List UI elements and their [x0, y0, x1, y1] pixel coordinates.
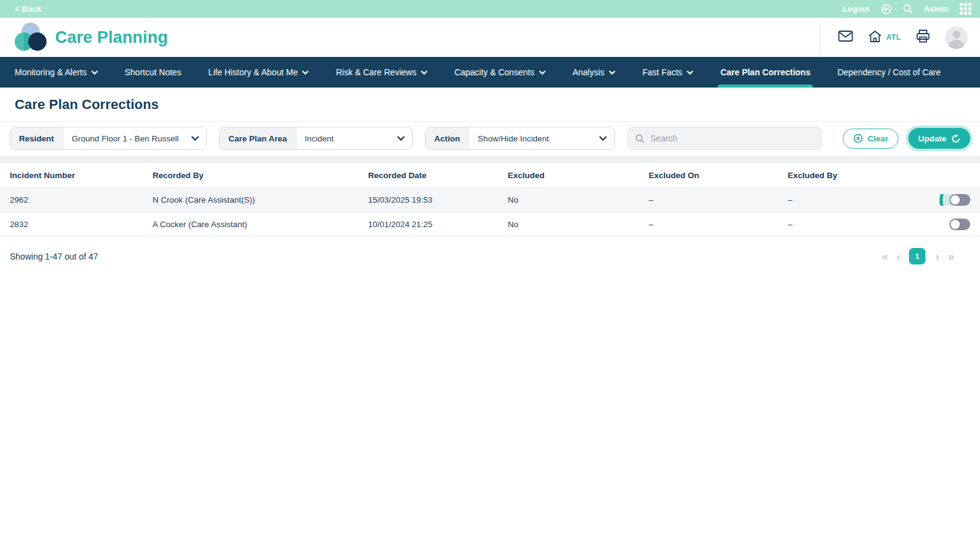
search-icon — [635, 133, 645, 144]
exclude-toggle[interactable] — [949, 194, 970, 206]
nav-life-history[interactable]: Life History & About Me — [208, 57, 309, 88]
logout-button[interactable]: Logout — [843, 4, 870, 13]
nav-capacity-consents[interactable]: Capacity & Consents — [454, 57, 546, 88]
app-logo-icon — [15, 23, 47, 52]
clear-circle-x-icon — [853, 133, 863, 143]
header-actions: ATL — [820, 18, 968, 57]
user-avatar[interactable] — [945, 26, 968, 49]
back-button[interactable]: < Back — [15, 4, 41, 13]
care-plan-area-select[interactable]: Care Plan Area Incident — [219, 127, 413, 150]
cell-incident-number: 2832 — [10, 220, 153, 229]
logout-icon[interactable] — [881, 4, 892, 15]
nav-care-plan-corrections[interactable]: Care Plan Corrections — [720, 57, 810, 88]
nav-fast-facts[interactable]: Fast Facts — [643, 57, 693, 88]
home-location[interactable]: ATL — [868, 30, 901, 45]
nav-monitoring-alerts[interactable]: Monitoring & Alerts — [15, 57, 98, 88]
nav-risk-care-reviews[interactable]: Risk & Care Reviews — [336, 57, 427, 88]
action-select-label: Action — [426, 127, 469, 149]
cell-excluded: No — [508, 195, 649, 204]
nav-analysis[interactable]: Analysis — [573, 57, 616, 88]
column-recorded-by: Recorded By — [153, 171, 368, 180]
admin-menu[interactable]: Admin — [924, 4, 949, 13]
resident-select[interactable]: Resident Ground Floor 1 - Ben Russell — [10, 127, 207, 150]
cell-excluded-by: – — [788, 195, 936, 204]
care-plan-area-select-value: Incident — [296, 127, 397, 149]
table-row: 2832 A Cocker (Care Assistant) 10/01/202… — [0, 212, 980, 237]
cell-recorded-by: A Cocker (Care Assistant) — [153, 220, 368, 229]
current-page-button[interactable]: 1 — [909, 248, 925, 264]
search-field-container — [627, 127, 822, 150]
app-header: Care Planning ATL — [0, 18, 980, 57]
pagination: « ‹ 1 › » — [881, 248, 970, 264]
last-page-icon[interactable]: » — [948, 250, 953, 262]
print-icon[interactable] — [916, 29, 930, 45]
page-title: Care Plan Corrections — [15, 97, 965, 113]
update-button[interactable]: Update — [908, 128, 970, 149]
next-page-icon[interactable]: › — [935, 250, 938, 262]
action-select[interactable]: Action Show/Hide Incident — [425, 127, 615, 150]
cell-recorded-date: 15/03/2025 19:53 — [368, 195, 508, 204]
previous-page-icon[interactable]: ‹ — [897, 250, 899, 262]
table-footer: Showing 1-47 out of 47 « ‹ 1 › » — [0, 237, 980, 276]
corrections-table: Incident Number Recorded By Recorded Dat… — [0, 163, 980, 237]
care-plan-area-select-label: Care Plan Area — [220, 127, 296, 149]
nav-dependency-cost-of-care[interactable]: Dependency / Cost of Care — [837, 57, 941, 88]
mail-icon[interactable] — [838, 30, 853, 45]
apps-grid-icon[interactable] — [960, 3, 971, 15]
action-select-value: Show/Hide Incident — [469, 127, 599, 149]
showing-count-text: Showing 1-47 out of 47 — [10, 252, 98, 261]
app-title: Care Planning — [55, 28, 168, 47]
section-divider-strip — [0, 156, 980, 163]
clear-button[interactable]: Clear — [843, 129, 899, 149]
search-input[interactable] — [650, 133, 814, 143]
home-icon[interactable] — [868, 30, 882, 45]
cell-excluded: No — [508, 220, 649, 229]
first-page-icon[interactable]: « — [881, 250, 887, 262]
filter-bar: Resident Ground Floor 1 - Ben Russell Ca… — [0, 122, 980, 156]
cell-incident-number: 2962 — [10, 195, 153, 204]
table-header-row: Incident Number Recorded By Recorded Dat… — [0, 163, 980, 188]
cell-excluded-on: – — [649, 195, 788, 204]
column-excluded-on: Excluded On — [649, 171, 788, 180]
column-incident-number: Incident Number — [10, 171, 153, 180]
brand: Care Planning — [15, 23, 168, 52]
refresh-icon — [951, 134, 960, 143]
top-utility-bar: < Back Logout Admin — [0, 0, 980, 18]
cell-excluded-on: – — [649, 220, 788, 229]
home-badge: ATL — [886, 33, 901, 42]
column-recorded-date: Recorded Date — [368, 171, 508, 180]
resident-select-label: Resident — [10, 127, 63, 149]
table-row: 2962 N Crook (Care Assistant(S)) 15/03/2… — [0, 188, 980, 212]
column-excluded: Excluded — [508, 171, 649, 180]
cell-recorded-by: N Crook (Care Assistant(S)) — [153, 195, 368, 204]
resident-select-value: Ground Floor 1 - Ben Russell — [63, 127, 191, 149]
page-title-section: Care Plan Corrections — [0, 88, 980, 122]
cell-recorded-date: 10/01/2024 21:25 — [368, 220, 508, 229]
search-icon[interactable] — [903, 4, 913, 14]
chevron-down-icon — [599, 127, 614, 149]
active-tab-underline — [718, 84, 813, 88]
exclude-toggle[interactable] — [949, 219, 970, 230]
cell-excluded-by: – — [788, 220, 936, 229]
chevron-down-icon — [397, 127, 412, 149]
filter-actions: Clear Update — [843, 128, 970, 149]
nav-shortcut-notes[interactable]: Shortcut Notes — [125, 57, 182, 88]
main-navigation: Monitoring & Alerts Shortcut Notes Life … — [0, 57, 980, 88]
column-excluded-by: Excluded By — [788, 171, 936, 180]
chevron-down-icon — [191, 127, 206, 149]
